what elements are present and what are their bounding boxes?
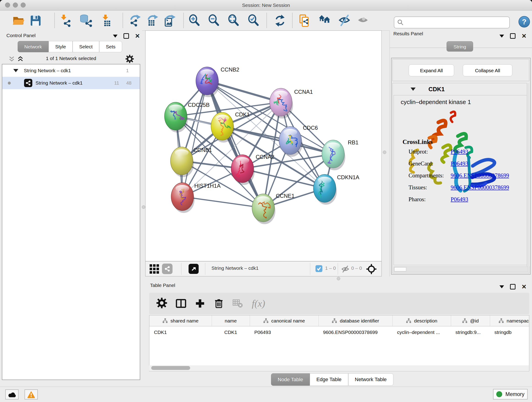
show-columns-icon[interactable] [176,298,186,309]
delete-column-icon[interactable] [214,298,224,308]
refresh-button[interactable] [273,14,286,27]
crosslink-link[interactable]: P06493 [451,196,468,203]
protein-section-header[interactable]: CDK1 [393,83,529,95]
grid-view-icon[interactable] [150,264,159,274]
node-label: CDKN1A [337,174,359,180]
float-panel-icon[interactable] [123,33,129,39]
expand-all-button[interactable]: Expand All [409,64,454,76]
export-image-button[interactable] [164,14,177,27]
tab-select[interactable]: Select [73,41,99,52]
function-builder-icon: f(x) [252,298,265,309]
network-node-CDKN1A[interactable]: CDKN1A [313,174,359,205]
crosslink-link[interactable]: 9606.ENSP00000378699 [451,184,509,191]
zoom-in-button[interactable] [188,14,201,27]
table-cell[interactable]: 9606.ENSP00000378699 [318,326,393,338]
column-header-database-identifier[interactable]: database identifier [318,315,393,326]
crosslink-link[interactable]: P06493 [451,148,468,155]
crosslink-link[interactable]: 9606.ENSP00000378699 [451,172,509,179]
table-cell[interactable]: CDK1 [149,326,212,338]
network-node-CCNE1[interactable]: CCNE1 [252,193,294,224]
zoom-out-button[interactable] [208,14,220,27]
network-options-gear-icon[interactable] [126,55,134,64]
table-cell[interactable]: stringdb:9... [451,326,490,338]
node-table[interactable]: shared namenamecanonical namedatabase id… [149,315,529,371]
clone-network-button[interactable] [298,14,311,27]
cloud-button[interactable] [5,389,19,400]
table-row[interactable]: CDK1CDK1P064939606.ENSP00000378699cyclin… [149,326,529,338]
protein-name: CDK1 [428,86,445,93]
tab-string[interactable]: String [447,41,473,51]
tab-network[interactable]: Network [18,41,49,52]
add-column-icon[interactable] [195,298,205,308]
open-session-button[interactable] [12,14,25,27]
table-cell[interactable]: P06493 [250,326,318,338]
warning-button[interactable] [25,389,38,400]
crosslink-link[interactable]: P06493 [451,160,468,167]
close-panel-icon[interactable]: ✕ [135,34,140,38]
close-panel-icon[interactable]: ✕ [521,34,526,38]
selected-nodes-checkbox[interactable] [316,265,322,272]
import-table-from-file-button[interactable] [100,14,113,27]
column-header-canonical-name[interactable]: canonical name [250,315,318,326]
network-node-HIST1H1A[interactable]: HIST1H1A [171,183,221,213]
tab-sets[interactable]: Sets [99,41,122,52]
network-edge[interactable] [182,197,263,208]
left-splitter-handle[interactable] [142,205,145,209]
float-panel-icon[interactable] [510,284,515,289]
network-view-canvas[interactable]: CCNB2 CCNA1 CDC25B CDK1 CDC6 [145,31,382,261]
memory-button[interactable]: Memory [493,389,528,400]
tab-network-table[interactable]: Network Table [348,373,393,386]
table-cell[interactable]: cyclin–dependent ... [393,326,451,338]
help-button[interactable]: ? [519,16,530,27]
network-node-CDC6[interactable]: CDC6 [279,125,318,157]
tab-style[interactable]: Style [49,41,73,52]
node-label: CCNA2 [256,154,274,160]
section-collapse-icon[interactable] [411,88,416,91]
network-node-CCNB2[interactable]: CCNB2 [196,66,239,97]
results-panel: Results Panel ✕ String Expand All Collap… [389,31,532,276]
collapse-panel-icon[interactable] [500,35,504,38]
first-neighbors-button[interactable] [318,14,331,27]
string-network-icon [24,79,32,87]
import-network-from-database-button[interactable] [80,14,92,27]
export-table-button[interactable] [147,14,159,27]
hide-selected-button[interactable] [338,14,351,27]
collapse-panel-icon[interactable] [113,35,118,38]
column-header-shared-name[interactable]: shared name [149,315,212,326]
zoom-selected-button[interactable] [247,14,260,27]
network-label: String Network – cdk1 [36,80,82,86]
table-cell[interactable]: CDK1 [212,326,250,338]
tab-node-table[interactable]: Node Table [271,373,310,386]
results-vscrollbar[interactable] [527,83,529,266]
table-hscrollbar[interactable] [149,365,529,371]
float-panel-icon[interactable] [510,33,515,39]
string-results-container: Expand All Collapse All CDK1 cyclin–depe… [391,58,531,274]
network-collection-row[interactable]: String Network – cdk1 1 [2,64,140,77]
tree-expand-icon[interactable] [13,69,18,72]
column-header-@id[interactable]: @id [451,315,490,326]
bottom-splitter-handle[interactable] [337,277,340,280]
save-session-button[interactable] [29,14,42,27]
network-row-selected[interactable]: String Network – cdk1 11 48 [2,77,140,89]
protein-hscrollbar[interactable] [394,267,528,272]
string-style-button[interactable] [162,264,172,274]
table-hscrollbar-thumb[interactable] [151,366,190,370]
tab-edge-table[interactable]: Edge Table [310,373,348,386]
right-splitter-handle[interactable] [383,151,386,154]
collapse-all-button[interactable]: Collapse All [463,64,512,76]
collapse-panel-icon[interactable] [500,285,504,288]
network-node-CCNA1[interactable]: CCNA1 [270,88,313,119]
export-network-button[interactable] [129,14,142,27]
close-panel-icon[interactable]: ✕ [521,285,526,289]
column-header-namespace[interactable]: namespace [490,315,529,326]
network-node-RB1[interactable]: RB1 [322,139,359,170]
column-header-description[interactable]: description [393,315,451,326]
zoom-fit-button[interactable] [227,14,240,27]
search-input[interactable] [394,17,510,28]
import-network-from-file-button[interactable] [59,14,72,27]
table-cell[interactable]: stringdb [490,326,529,338]
birdseye-view-icon[interactable] [366,264,377,274]
table-options-gear-icon[interactable] [157,298,167,309]
column-header-name[interactable]: name [212,315,250,326]
open-in-new-window-button[interactable] [189,264,199,274]
